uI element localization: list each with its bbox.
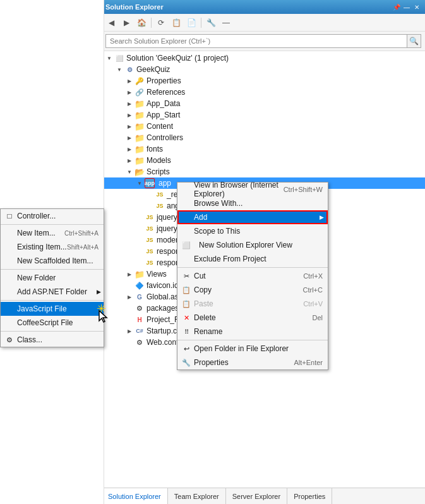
jquery2-expander xyxy=(135,224,145,234)
ctx-new-folder[interactable]: New Folder xyxy=(1,271,104,285)
tab-server-explorer[interactable]: Server Explorer xyxy=(226,488,287,504)
dash-button[interactable]: — xyxy=(219,16,233,30)
tree-item-app-data[interactable]: App_Data xyxy=(102,98,425,109)
back-button[interactable]: ◀ xyxy=(104,16,118,30)
references-expander[interactable] xyxy=(124,87,135,97)
separator2 xyxy=(201,18,201,28)
ctx-delete-icon: ✕ xyxy=(181,313,191,323)
ctx-view-browser[interactable]: View in Browser (Internet Explorer) Ctrl… xyxy=(177,183,328,196)
tree-item-controllers[interactable]: Controllers xyxy=(102,132,425,143)
forward-button[interactable]: ▶ xyxy=(119,16,133,30)
ctx-new-scaffolded[interactable]: New Scaffolded Item... xyxy=(1,254,104,268)
properties-expander[interactable] xyxy=(124,76,135,86)
ctx-properties-icon: 🔧 xyxy=(181,357,191,368)
left-sep-2 xyxy=(1,269,104,270)
tree-item-properties[interactable]: 🔑 Properties xyxy=(102,75,425,87)
tree-item-fonts[interactable]: fonts xyxy=(102,143,425,155)
controllers-label: Controllers xyxy=(147,133,183,142)
ctx-cut[interactable]: ✂ Cut Ctrl+X xyxy=(177,269,328,283)
pin-button[interactable]: 📌 xyxy=(392,3,401,11)
project-expander[interactable] xyxy=(114,64,124,75)
tab-solution-explorer[interactable]: Solution Explorer xyxy=(102,488,168,504)
minimize-button[interactable]: — xyxy=(402,3,411,11)
ctx-cut-label: Cut xyxy=(194,272,206,280)
ctx-existing-item[interactable]: Existing Item... Shift+Alt+A xyxy=(1,240,104,254)
context-menu-left: □ Controller... New Item... Ctrl+Shift+A… xyxy=(0,208,104,347)
jquery1-expander xyxy=(135,212,145,222)
content-expander[interactable] xyxy=(124,121,135,131)
ctx-class[interactable]: ⚙ Class... xyxy=(1,333,104,347)
app-start-expander[interactable] xyxy=(124,110,135,120)
search-input[interactable] xyxy=(105,34,407,48)
controllers-expander[interactable] xyxy=(124,133,135,143)
ctx-new-view-label: New Solution Explorer View xyxy=(194,241,292,249)
ctx-properties[interactable]: 🔧 Properties Alt+Enter xyxy=(177,356,328,369)
solution-node[interactable]: ⬜ Solution 'GeekQuiz' (1 project) xyxy=(102,52,425,64)
solution-expander[interactable] xyxy=(104,53,114,63)
global-expander[interactable] xyxy=(124,292,135,302)
tab-team-explorer[interactable]: Team Explorer xyxy=(168,488,226,504)
ctx-copy[interactable]: 📋 Copy Ctrl+C xyxy=(177,283,328,297)
content-label: Content xyxy=(147,122,173,131)
project-node[interactable]: ⚙ GeekQuiz xyxy=(102,64,425,75)
ctx-paste-shortcut: Ctrl+V xyxy=(303,300,323,308)
models-icon xyxy=(135,155,145,165)
ctx-javascript-file[interactable]: JavaScript File ✳ xyxy=(1,302,104,316)
ctx-paste-icon: 📋 xyxy=(181,299,191,309)
ctx-coffeescript-file[interactable]: CoffeeScript File xyxy=(1,316,104,330)
views-icon xyxy=(135,269,145,279)
models-expander[interactable] xyxy=(124,155,135,165)
left-sep-3 xyxy=(1,300,104,301)
ctx-delete[interactable]: ✕ Delete Del xyxy=(177,311,328,325)
ctx-browse-with[interactable]: Browse With... xyxy=(177,196,328,210)
search-icon[interactable]: 🔍 xyxy=(407,34,421,48)
project-icon: ⚙ xyxy=(124,64,135,75)
respond-min-expander xyxy=(135,258,145,268)
solution-label: Solution 'GeekQuiz' (1 project) xyxy=(126,54,229,63)
page-button[interactable]: 📄 xyxy=(184,16,198,30)
ctx-properties-shortcut: Alt+Enter xyxy=(294,359,323,366)
ctx-delete-label: Delete xyxy=(194,313,216,322)
app-data-expander[interactable] xyxy=(124,99,135,109)
moder-expander xyxy=(135,235,145,245)
settings-button[interactable]: 🔧 xyxy=(204,16,218,30)
copy-button[interactable]: 📋 xyxy=(169,16,183,30)
ctx-copy-icon: 📋 xyxy=(181,285,191,295)
respond-icon: JS xyxy=(145,246,155,256)
tree-item-app-start[interactable]: App_Start xyxy=(102,109,425,121)
title-bar: Solution Explorer 📌 — ✕ xyxy=(102,0,425,14)
ctx-add-aspnet-folder[interactable]: Add ASP.NET Folder ▶ xyxy=(1,285,104,299)
ctx-javascript-file-label: JavaScript File xyxy=(17,304,67,313)
views-label: Views xyxy=(147,270,167,279)
ctx-new-item-shortcut: Ctrl+Shift+A xyxy=(64,230,99,237)
jquery1-icon: JS xyxy=(145,212,155,222)
ctx-add[interactable]: Add ▶ xyxy=(177,210,328,224)
ctx-exclude[interactable]: Exclude From Project xyxy=(177,252,328,266)
jquery2-icon: JS xyxy=(145,224,155,234)
tree-item-references[interactable]: 🔗 References xyxy=(102,87,425,98)
ctx-new-item[interactable]: New Item... Ctrl+Shift+A xyxy=(1,226,104,240)
views-expander[interactable] xyxy=(124,269,135,279)
ctx-rename[interactable]: ⠿ Rename xyxy=(177,325,328,339)
sync-button[interactable]: ⟳ xyxy=(154,16,168,30)
app-expander[interactable] xyxy=(135,178,145,188)
ctx-new-explorer-view[interactable]: ⬜ New Solution Explorer View xyxy=(177,238,328,252)
tree-item-models[interactable]: Models xyxy=(102,155,425,166)
ctx-controller-icon: □ xyxy=(4,211,15,221)
close-button[interactable]: ✕ xyxy=(412,3,421,11)
startup-expander[interactable] xyxy=(124,326,135,336)
ctx-class-icon: ⚙ xyxy=(4,335,15,345)
ctx-scope[interactable]: Scope to This xyxy=(177,224,328,238)
startup-icon: C# xyxy=(135,326,145,336)
tab-properties[interactable]: Properties xyxy=(287,488,332,504)
scripts-expander[interactable] xyxy=(124,167,135,177)
fonts-expander[interactable] xyxy=(124,144,135,154)
tree-item-content[interactable]: Content xyxy=(102,121,425,132)
ctx-paste[interactable]: 📋 Paste Ctrl+V xyxy=(177,297,328,311)
solution-icon: ⬜ xyxy=(114,53,124,63)
ctx-controller[interactable]: □ Controller... xyxy=(1,209,104,223)
tree-item-scripts[interactable]: Scripts xyxy=(102,166,425,177)
ctx-open-folder[interactable]: ↩ Open Folder in File Explorer xyxy=(177,342,328,356)
home-button[interactable]: 🏠 xyxy=(135,16,148,30)
moder-icon: JS xyxy=(145,235,155,245)
